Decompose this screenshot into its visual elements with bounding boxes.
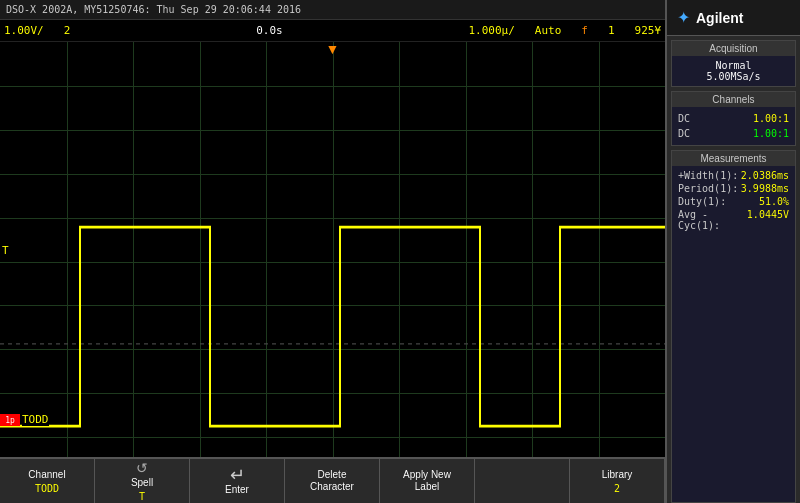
acquisition-rate: 5.00MSa/s	[678, 71, 789, 82]
enter-icon: ↵	[230, 466, 245, 484]
channel-button-value: TODD	[35, 483, 59, 494]
delete-character-button[interactable]: Delete Character	[285, 459, 380, 503]
trigger-mode: Auto	[535, 24, 562, 37]
agilent-header: ✦ Agilent	[667, 0, 800, 36]
measurements-title: Measurements	[672, 151, 795, 166]
ch1-coupling: DC	[678, 113, 690, 124]
channels-title: Channels	[672, 92, 795, 107]
apply-new-label-button[interactable]: Apply New Label	[380, 459, 475, 503]
ch2-ratio: 1.00:1	[753, 128, 789, 139]
ch2-row: DC 1.00:1	[678, 126, 789, 141]
ch1-ratio: 1.00:1	[753, 113, 789, 124]
acquisition-mode: Normal	[678, 60, 789, 71]
waveform-area: ▼ 1p TODD T	[0, 42, 665, 481]
delete-button-label: Delete Character	[310, 469, 354, 493]
channels-section: Channels DC 1.00:1 DC 1.00:1	[671, 91, 796, 146]
measurement-label: Duty(1):	[678, 196, 726, 207]
measurement-value: 3.9988ms	[741, 183, 789, 194]
measurements-list: +Width(1):2.0386msPeriod(1):3.9988msDuty…	[678, 170, 789, 231]
measurement-row: +Width(1):2.0386ms	[678, 170, 789, 181]
spell-button[interactable]: ↺ Spell T	[95, 459, 190, 503]
measurement-row: Duty(1):51.0%	[678, 196, 789, 207]
apply-button-label: Apply New Label	[403, 469, 451, 493]
scope-area: DSO-X 2002A, MY51250746: Thu Sep 29 20:0…	[0, 0, 665, 503]
agilent-brand-text: Agilent	[696, 10, 743, 26]
meas-header: 1.00V/ 2 0.0s 1.000µ/ Auto f 1 925¥	[0, 20, 665, 42]
library-button-value: 2	[614, 483, 620, 494]
channel-button[interactable]: Channel TODD	[0, 459, 95, 503]
trigger-channel: 1	[608, 24, 615, 37]
ch1-volts-div: 1.00V/	[4, 24, 44, 37]
measurement-label: +Width(1):	[678, 170, 738, 181]
spell-button-value: T	[139, 491, 145, 502]
ch2-coupling: DC	[678, 128, 690, 139]
memory-depth: 925¥	[635, 24, 662, 37]
library-button-label: Library	[602, 469, 633, 481]
trigger-level-marker: T	[2, 244, 9, 257]
enter-button[interactable]: ↵ Enter	[190, 459, 285, 503]
ch2-label: 2	[64, 24, 71, 37]
channel-button-label: Channel	[28, 469, 65, 481]
agilent-logo-icon: ✦	[677, 8, 690, 27]
measurement-label: Period(1):	[678, 183, 738, 194]
measurement-label: Avg - Cyc(1):	[678, 209, 747, 231]
time-div: 1.000µ/	[468, 24, 514, 37]
empty-button-6	[475, 459, 570, 503]
status-text: DSO-X 2002A, MY51250746: Thu Sep 29 20:0…	[6, 4, 301, 15]
enter-button-label: Enter	[225, 484, 249, 496]
ch1-channel-label: TODD	[22, 413, 49, 426]
status-bar: DSO-X 2002A, MY51250746: Thu Sep 29 20:0…	[0, 0, 665, 20]
measurement-value: 2.0386ms	[741, 170, 789, 181]
measurement-row: Period(1):3.9988ms	[678, 183, 789, 194]
measurement-row: Avg - Cyc(1):1.0445V	[678, 209, 789, 231]
right-panel: ✦ Agilent Acquisition Normal 5.00MSa/s C…	[665, 0, 800, 503]
measurement-value: 51.0%	[759, 196, 789, 207]
measurements-section: Measurements +Width(1):2.0386msPeriod(1)…	[671, 150, 796, 503]
time-offset: 0.0s	[256, 24, 283, 37]
spell-refresh-icon: ↺	[136, 460, 148, 476]
acquisition-title: Acquisition	[672, 41, 795, 56]
library-button[interactable]: Library 2	[570, 459, 665, 503]
spell-button-label: Spell	[131, 477, 153, 489]
acquisition-section: Acquisition Normal 5.00MSa/s	[671, 40, 796, 87]
waveform-svg	[0, 42, 665, 481]
toolbar: Channel TODD ↺ Spell T ↵ Enter Delete Ch…	[0, 457, 665, 503]
ch1-ground-marker: 1p	[0, 414, 20, 426]
ch1-row: DC 1.00:1	[678, 111, 789, 126]
measurement-value: 1.0445V	[747, 209, 789, 231]
trigger-icon: f	[581, 24, 588, 37]
